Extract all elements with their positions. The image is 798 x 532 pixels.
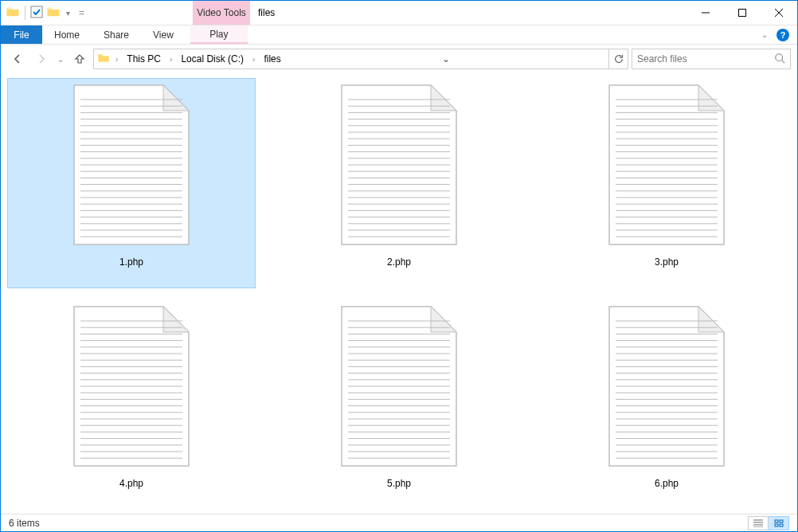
file-item[interactable]: 4.php: [7, 299, 256, 510]
search-input[interactable]: [637, 53, 774, 65]
checkbox-icon[interactable]: [30, 6, 43, 21]
file-label: 4.php: [119, 478, 143, 489]
file-icon: [337, 82, 461, 250]
file-tab[interactable]: File: [1, 25, 42, 44]
chevron-right-icon[interactable]: ›: [113, 55, 120, 64]
svg-rect-0: [31, 6, 42, 18]
file-icon: [604, 82, 729, 250]
qat-overflow[interactable]: =: [76, 7, 84, 18]
file-item[interactable]: 3.php: [542, 78, 791, 288]
file-label: 5.php: [387, 478, 411, 489]
file-item[interactable]: 1.php: [7, 78, 256, 288]
file-label: 6.php: [655, 478, 679, 489]
quick-access-toolbar: ▾ =: [1, 1, 89, 25]
forward-button[interactable]: [31, 49, 52, 69]
folder-icon: [6, 5, 20, 22]
tab-play[interactable]: Play: [190, 25, 248, 44]
tab-share[interactable]: Share: [92, 25, 141, 44]
svg-point-2: [776, 53, 783, 61]
file-icon: [604, 303, 729, 471]
up-button[interactable]: [69, 49, 90, 69]
svg-rect-136: [780, 520, 783, 522]
separator: [25, 6, 25, 20]
address-row: ⌄ › This PC › Local Disk (C:) › files ⌄: [1, 45, 797, 73]
status-bar: 6 items: [1, 514, 797, 531]
titlebar: ▾ = Video Tools files: [1, 1, 797, 25]
window-title: files: [250, 1, 687, 25]
file-item[interactable]: 6.php: [542, 299, 791, 510]
window-controls: [687, 1, 797, 25]
svg-rect-135: [775, 520, 778, 522]
address-bar[interactable]: › This PC › Local Disk (C:) › files ⌄: [93, 49, 628, 69]
view-switcher: [748, 516, 789, 530]
back-button[interactable]: [7, 49, 28, 69]
search-box[interactable]: [632, 49, 791, 69]
ribbon-collapse-icon[interactable]: ⌄: [759, 30, 770, 39]
svg-rect-1: [739, 10, 746, 17]
large-icons-view-button[interactable]: [769, 516, 789, 530]
minimize-button[interactable]: [687, 1, 724, 25]
file-label: 3.php: [655, 256, 679, 268]
ribbon-tabs: File Home Share View Play ⌄ ?: [1, 25, 797, 45]
folder-icon[interactable]: [46, 5, 61, 22]
file-grid[interactable]: 1.php 2.php 3.php 4.php 5.php: [1, 73, 797, 514]
search-icon[interactable]: [774, 53, 785, 66]
context-tab-header: Video Tools: [193, 1, 250, 25]
folder-icon: [97, 52, 110, 67]
refresh-button[interactable]: [608, 49, 628, 68]
details-view-button[interactable]: [748, 516, 769, 530]
address-dropdown-icon[interactable]: ⌄: [436, 49, 456, 68]
chevron-down-icon[interactable]: ▾: [64, 9, 72, 18]
breadcrumb-folder[interactable]: files: [260, 49, 284, 68]
maximize-button[interactable]: [724, 1, 761, 25]
svg-rect-138: [780, 524, 783, 526]
status-text: 6 items: [9, 518, 40, 529]
recent-locations-icon[interactable]: ⌄: [55, 55, 66, 64]
file-label: 1.php: [119, 256, 143, 268]
tab-home[interactable]: Home: [42, 25, 92, 44]
close-button[interactable]: [761, 1, 797, 25]
file-icon: [69, 303, 194, 471]
svg-rect-137: [775, 524, 778, 526]
file-item[interactable]: 5.php: [275, 299, 523, 510]
file-label: 2.php: [387, 256, 411, 268]
file-item[interactable]: 2.php: [275, 78, 523, 288]
breadcrumb-this-pc[interactable]: This PC: [123, 49, 164, 68]
tab-view[interactable]: View: [141, 25, 186, 44]
chevron-right-icon[interactable]: ›: [250, 55, 257, 64]
file-icon: [337, 303, 461, 471]
help-icon[interactable]: ?: [776, 29, 789, 41]
breadcrumb-drive[interactable]: Local Disk (C:): [178, 49, 247, 68]
chevron-right-icon[interactable]: ›: [167, 55, 174, 64]
file-icon: [69, 82, 194, 250]
